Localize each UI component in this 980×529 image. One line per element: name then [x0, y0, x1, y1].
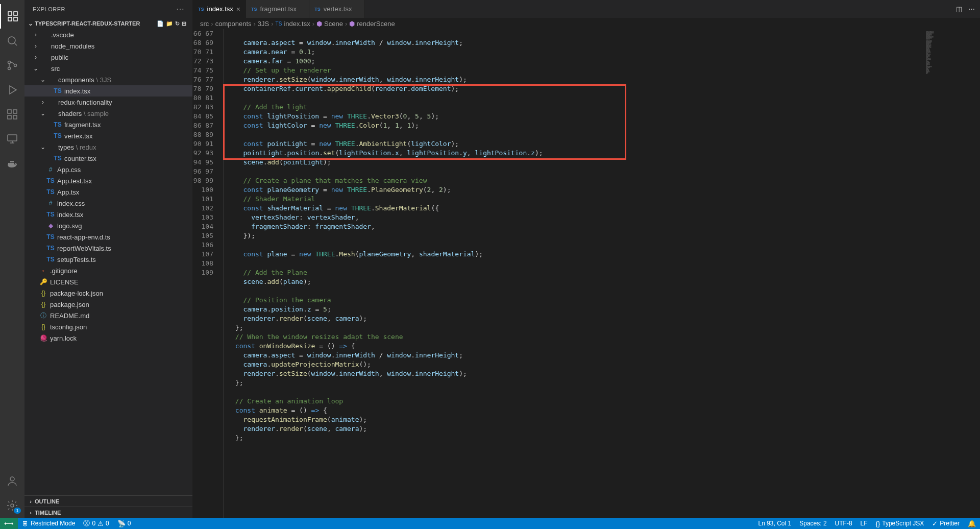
file-app-css[interactable]: #App.css — [24, 164, 192, 175]
new-folder-icon[interactable]: 📁 — [166, 20, 173, 27]
activity-bar: 1 — [0, 0, 24, 518]
language-mode[interactable]: {}TypeScript JSX — [872, 518, 928, 529]
editor-tabs: TS index.tsx × TS fragment.tsx × TS vert… — [193, 0, 980, 18]
tab-fragment[interactable]: TS fragment.tsx × — [246, 0, 309, 18]
file-index-css[interactable]: #index.css — [24, 198, 192, 209]
file-setup-tests[interactable]: TSsetupTests.ts — [24, 254, 192, 265]
folder-types[interactable]: ⌄types \ redux — [24, 141, 192, 153]
run-debug-icon[interactable] — [0, 78, 24, 102]
warning-icon: ⚠ — [97, 520, 104, 527]
broadcast-icon: 📡 — [117, 520, 126, 527]
folder-components[interactable]: ⌄components \ 3JS — [24, 74, 192, 85]
accounts-icon[interactable] — [0, 469, 24, 493]
svg-point-2 — [8, 67, 11, 70]
file-package-lock[interactable]: {}package-lock.json — [24, 287, 192, 299]
prettier[interactable]: ✓Prettier — [928, 518, 964, 529]
tab-label: vertex.tsx — [324, 5, 352, 13]
svg-point-9 — [10, 477, 14, 481]
project-section-header[interactable]: ⌄ TYPESCRIPT-REACT-REDUX-STARTER 📄 📁 ↻ ⊟ — [24, 18, 192, 29]
tab-vertex[interactable]: TS vertex.tsx × — [309, 0, 364, 18]
split-editor-icon[interactable]: ◫ — [956, 5, 962, 13]
tab-label: fragment.tsx — [260, 5, 297, 13]
file-app-tsx[interactable]: TSApp.tsx — [24, 186, 192, 198]
svg-point-3 — [14, 64, 17, 67]
restricted-mode[interactable]: ⛨Restricted Mode — [18, 518, 79, 529]
tab-index[interactable]: TS index.tsx × — [193, 0, 246, 18]
explorer-icon[interactable] — [0, 4, 24, 29]
search-icon[interactable] — [0, 29, 24, 53]
settings-icon[interactable]: 1 — [0, 493, 24, 518]
minimap-content: ████ ████ ████ ███ ████████ ██ █████████… — [926, 31, 978, 74]
minimap[interactable]: ████ ████ ████ ███ ████████ ██ █████████… — [924, 29, 980, 518]
file-readme[interactable]: ⓘREADME.md — [24, 310, 192, 321]
folder-public[interactable]: ›public — [24, 52, 192, 63]
svg-rect-4 — [8, 110, 11, 113]
eol[interactable]: LF — [856, 518, 872, 529]
ts-icon: TS — [251, 7, 257, 12]
folder-node-modules[interactable]: ›node_modules — [24, 40, 192, 52]
folder-vscode[interactable]: ›.vscode — [24, 29, 192, 40]
explorer-more-icon[interactable]: ⋯ — [176, 4, 185, 14]
collapse-all-icon[interactable]: ⊟ — [182, 20, 186, 27]
encoding[interactable]: UTF-8 — [831, 518, 856, 529]
code-editor[interactable]: camera.aspect = window.innerWidth / wind… — [224, 29, 924, 518]
settings-badge: 1 — [14, 508, 20, 514]
check-icon: ✓ — [932, 520, 938, 527]
project-name: TYPESCRIPT-REACT-REDUX-STARTER — [35, 20, 157, 27]
svg-point-0 — [8, 37, 15, 44]
file-tsconfig[interactable]: {}tsconfig.json — [24, 321, 192, 332]
sidebar-header: EXPLORER ⋯ — [24, 0, 192, 18]
file-logo-svg[interactable]: ◆logo.svg — [24, 220, 192, 231]
file-index-tsx[interactable]: TSindex.tsx — [24, 85, 192, 97]
status-bar: ⟷ ⛨Restricted Mode ⓧ0 ⚠0 📡0 Ln 93, Col 1… — [0, 518, 980, 529]
chevron-down-icon: ⌄ — [27, 20, 35, 27]
file-report-vitals[interactable]: TSreportWebVitals.ts — [24, 243, 192, 254]
timeline-section[interactable]: ›TIMELINE — [24, 507, 192, 518]
new-file-icon[interactable]: 📄 — [157, 20, 164, 27]
ports[interactable]: 📡0 — [113, 518, 135, 529]
file-fragment-tsx[interactable]: TSfragment.tsx — [24, 119, 192, 130]
more-actions-icon[interactable]: ⋯ — [968, 5, 975, 13]
cursor-position[interactable]: Ln 93, Col 1 — [754, 518, 795, 529]
file-yarn-lock[interactable]: 🧶yarn.lock — [24, 332, 192, 344]
ts-icon: TS — [198, 7, 204, 12]
file-package-json[interactable]: {}package.json — [24, 299, 192, 310]
file-src-index-tsx[interactable]: TSindex.tsx — [24, 209, 192, 220]
file-tree: ›.vscode ›node_modules ›public ⌄src ⌄com… — [24, 29, 192, 495]
file-gitignore[interactable]: ◦.gitignore — [24, 265, 192, 276]
file-app-test[interactable]: TSApp.test.tsx — [24, 175, 192, 186]
outline-section[interactable]: ›OUTLINE — [24, 495, 192, 507]
editor-area: TS index.tsx × TS fragment.tsx × TS vert… — [193, 0, 980, 518]
problems[interactable]: ⓧ0 ⚠0 — [79, 518, 113, 529]
svg-rect-7 — [13, 110, 17, 113]
close-icon[interactable]: × — [236, 5, 240, 13]
shield-icon: ⛨ — [22, 520, 29, 527]
folder-redux-functionality[interactable]: ›redux-functionality — [24, 97, 192, 108]
line-numbers: 66 67 68 69 70 71 72 73 74 75 76 77 78 7… — [193, 29, 224, 518]
indentation[interactable]: Spaces: 2 — [795, 518, 830, 529]
tab-label: index.tsx — [207, 5, 233, 13]
file-counter-tsx[interactable]: TScounter.tsx — [24, 153, 192, 164]
svg-rect-8 — [8, 135, 17, 141]
file-license[interactable]: 🔑LICENSE — [24, 276, 192, 287]
ts-icon: TS — [314, 7, 321, 12]
error-icon: ⓧ — [83, 519, 90, 528]
docker-icon[interactable] — [0, 151, 24, 176]
svg-point-1 — [8, 61, 11, 64]
remote-indicator[interactable]: ⟷ — [0, 518, 18, 529]
file-react-env[interactable]: TSreact-app-env.d.ts — [24, 231, 192, 243]
notifications-icon[interactable]: 🔔 — [964, 518, 980, 529]
extensions-icon[interactable] — [0, 102, 24, 127]
source-control-icon[interactable] — [0, 53, 24, 78]
folder-src[interactable]: ⌄src — [24, 63, 192, 74]
sidebar: EXPLORER ⋯ ⌄ TYPESCRIPT-REACT-REDUX-STAR… — [24, 0, 193, 518]
braces-icon: {} — [876, 520, 880, 527]
breadcrumbs[interactable]: src› components› 3JS› TSindex.tsx› ⬢Scen… — [193, 18, 980, 29]
remote-icon: ⟷ — [4, 520, 14, 527]
folder-shaders[interactable]: ⌄shaders \ sample — [24, 108, 192, 119]
file-vertex-tsx[interactable]: TSvertex.tsx — [24, 130, 192, 141]
remote-explorer-icon[interactable] — [0, 127, 24, 151]
svg-rect-6 — [13, 115, 17, 119]
explorer-title: EXPLORER — [33, 6, 65, 12]
refresh-icon[interactable]: ↻ — [175, 20, 180, 27]
